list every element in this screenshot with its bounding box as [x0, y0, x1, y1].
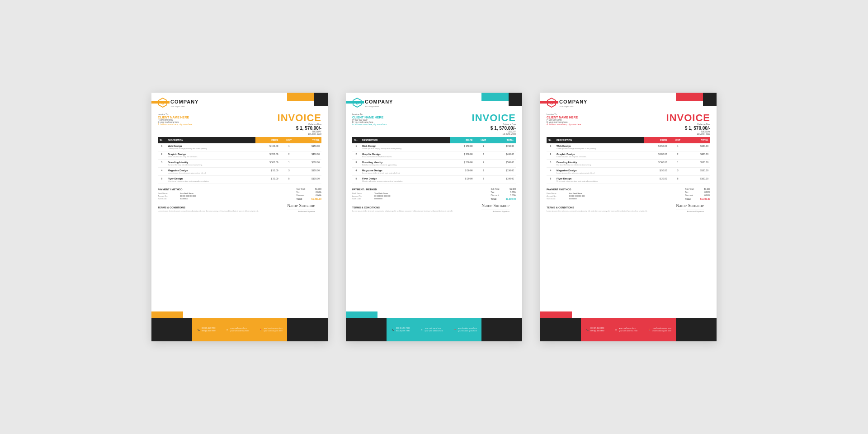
- discount-value: 0.00%: [510, 194, 516, 197]
- bank-name-row: Bank Name: Your Bank Name: [158, 192, 196, 194]
- signature-text: Name Surname: [287, 203, 315, 208]
- signature-area: Name Surname Authorized Signature: [676, 203, 710, 212]
- swift-label: Swift Code:: [352, 198, 373, 200]
- footer-location-text: your location goes here your location go…: [458, 327, 477, 332]
- terms-sig-row: TERMS & CONDITIONS Lorem ipsum dolor sit…: [346, 203, 522, 215]
- th-price: PRICE: [644, 137, 669, 143]
- row-total-1: $400.00: [298, 151, 321, 160]
- signature-text: Name Surname: [676, 203, 704, 208]
- terms-sig-row: TERMS & CONDITIONS Lorem ipsum dolor sit…: [151, 203, 328, 215]
- th-sl: SL.: [547, 137, 555, 143]
- row-sl-3: 4: [158, 168, 166, 176]
- row-price-4: $ 20.00: [644, 176, 669, 184]
- row-price-3: $ 50.00: [450, 168, 475, 176]
- location-icon: 📍: [453, 328, 457, 331]
- total-row: Total: $1,300.00: [491, 198, 516, 200]
- invoice-table: SL. DESCRIPTION PRICE UNIT TOTAL 1 Web D…: [158, 137, 321, 184]
- company-name: COMPANY: [170, 99, 198, 104]
- invoice-date: 1st June, 2030: [666, 133, 710, 135]
- tax-row: Tax: 0.00%: [491, 191, 516, 193]
- totals-section: Sub Total: $1,300 Tax: 0.00% Discount: 0…: [491, 188, 516, 201]
- company-tagline: Your Slogan Here: [365, 105, 393, 108]
- swift-value: 00000000: [374, 198, 382, 200]
- row-total-1: $400.00: [492, 151, 516, 160]
- row-price-3: $ 50.00: [255, 168, 280, 176]
- balance-section: Balance Due $ 1, 570.00/- TUESDAY 1st Ju…: [278, 123, 321, 135]
- row-sl-0: 1: [352, 143, 360, 151]
- signature-text: Name Surname: [481, 203, 509, 208]
- invoice-to-section: Invoice To: CLIENT NAME HERE P: 000-000-…: [158, 113, 193, 126]
- row-unit-1: 2: [280, 151, 297, 160]
- phone-icon: 📞: [197, 328, 200, 331]
- table-row: 3 Branding Identity But also the leap in…: [547, 160, 710, 168]
- payment-method: PAYMENT / METHOD Bank Name: Your Bank Na…: [547, 188, 585, 201]
- footer-location: 📍 your location goes here your location …: [647, 327, 671, 332]
- client-name: CLIENT NAME HERE: [352, 116, 387, 119]
- footer-email: ✉ your mail name here your web address h…: [420, 327, 443, 332]
- balance-section: Balance Due $ 1, 570.00/- TUESDAY 1st Ju…: [666, 123, 710, 135]
- th-desc: DESCRIPTION: [360, 137, 450, 143]
- row-total-2: $500.00: [687, 160, 710, 168]
- table-row: 3 Branding Identity But also the leap in…: [158, 160, 321, 168]
- discount-value: 0.00%: [704, 194, 710, 197]
- mail-icon: ✉: [420, 328, 424, 331]
- total-row: Total: $1,300.00: [685, 198, 711, 200]
- discount-row: Discount: 0.00%: [685, 194, 711, 197]
- row-unit-2: 1: [280, 160, 297, 168]
- row-desc-0: Web Design Lorem ipsum is simply dummy t…: [360, 143, 450, 151]
- swift-row: Swift Code: 00000000: [547, 198, 585, 200]
- row-sl-4: 5: [352, 176, 360, 184]
- swift-value: 00000000: [180, 198, 188, 200]
- footer-phone: 📞 000 (0) 456 7890 000 (0) 456 7890: [197, 327, 215, 332]
- account-label: Account No:: [352, 195, 373, 197]
- row-unit-1: 2: [669, 151, 686, 160]
- table-row: 5 Flyer Design Ut enim ad minim veniam, …: [158, 176, 321, 184]
- row-total-3: $150.00: [687, 168, 710, 176]
- account-row: Account No: 00 000 000 000 000: [352, 195, 391, 197]
- bank-label: Bank Name:: [158, 192, 178, 194]
- tax-value: 0.00%: [510, 191, 516, 193]
- row-price-3: $ 50.00: [644, 168, 669, 176]
- signature-area: Name Surname Authorized Signature: [481, 203, 516, 212]
- th-desc: DESCRIPTION: [555, 137, 644, 143]
- invoice-title: INVOICE: [472, 113, 516, 123]
- logo-row: C COMPANY Your Slogan Here: [547, 97, 710, 108]
- client-address: A: address name here, city name here.: [352, 123, 387, 126]
- company-name: COMPANY: [365, 99, 393, 104]
- balance-amount: $ 1, 570.00/-: [472, 126, 516, 131]
- subtotal-row: Sub Total: $1,300: [685, 188, 711, 190]
- footer-phone: 📞 000 (0) 456 7890 000 (0) 456 7890: [585, 327, 604, 332]
- row-unit-0: 1: [474, 143, 492, 151]
- row-sl-1: 2: [547, 151, 555, 160]
- accent-bottom-left: [346, 311, 377, 318]
- tax-value: 0.00%: [704, 191, 710, 193]
- subtotal-row: Sub Total: $1,300: [491, 188, 516, 190]
- table-row: 4 Magazine Design Lorem ipsum dolor sit …: [158, 168, 321, 176]
- subtotal-value: $1,300: [315, 188, 321, 190]
- swift-value: 00000000: [569, 198, 577, 200]
- terms-title: TERMS & CONDITIONS: [352, 206, 453, 209]
- svg-text:C: C: [550, 101, 553, 105]
- discount-label: Discount:: [297, 194, 305, 197]
- table-row: 1 Web Design Lorem ipsum is simply dummy…: [352, 143, 516, 151]
- row-sl-4: 5: [547, 176, 555, 184]
- swift-label: Swift Code:: [158, 198, 178, 200]
- row-price-4: $ 20.00: [255, 176, 280, 184]
- terms-sig-row: TERMS & CONDITIONS Lorem ipsum dolor sit…: [540, 203, 717, 215]
- row-desc-2: Branding Identity But also the leap into…: [555, 160, 644, 168]
- bank-value: Your Bank Name: [374, 192, 388, 194]
- footer-email-text: your mail name here your web address her…: [231, 327, 249, 332]
- row-desc-2: Branding Identity But also the leap into…: [360, 160, 450, 168]
- row-sl-1: 2: [352, 151, 360, 160]
- invoice-card-red: C COMPANY Your Slogan Here Invoice To: C…: [540, 93, 717, 341]
- footer-phone-text: 000 (0) 456 7890 000 (0) 456 7890: [590, 327, 604, 332]
- row-sl-4: 5: [158, 176, 166, 184]
- row-total-3: $150.00: [492, 168, 516, 176]
- logo-row: C COMPANY Your Slogan Here: [158, 97, 321, 108]
- terms-text: Lorem ipsum dolor sit amet, consectetur …: [547, 210, 647, 212]
- total-label: Total:: [491, 198, 497, 200]
- invoice-to-section: Invoice To: CLIENT NAME HERE P: 000-000-…: [352, 113, 387, 126]
- bank-name-row: Bank Name: Your Bank Name: [547, 192, 585, 194]
- row-unit-0: 1: [280, 143, 297, 151]
- row-total-4: $100.00: [298, 176, 321, 184]
